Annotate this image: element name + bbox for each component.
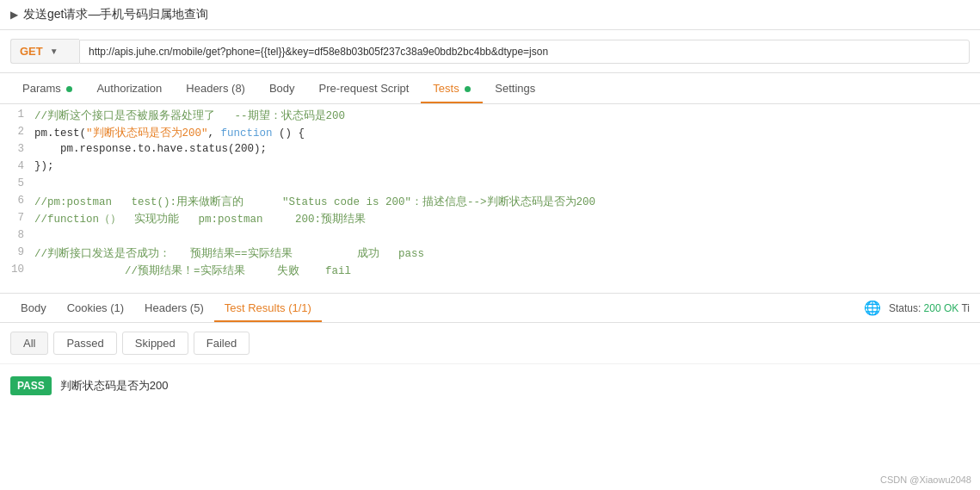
code-line-9: 9 //判断接口发送是否成功： 预期结果==实际结果 成功 pass (0, 245, 980, 263)
method-dropdown[interactable]: GET ▼ (10, 39, 79, 64)
filter-tabs: All Passed Skipped Failed (0, 323, 980, 364)
line-num-1: 1 (0, 108, 34, 121)
code-line-8: 8 (0, 228, 980, 245)
time-label: Ti (961, 302, 970, 314)
line-num-8: 8 (0, 228, 34, 241)
line-content-2: pm.test("判断状态码是否为200", function () { (34, 125, 980, 140)
code-line-6: 6 //pm:postman test():用来做断言的 "Status cod… (0, 194, 980, 211)
tab-headers-label: Headers (8) (186, 82, 245, 95)
line-num-2: 2 (0, 125, 34, 138)
line-num-4: 4 (0, 159, 34, 172)
code-line-10: 10 //预期结果！=实际结果 失败 fail (0, 263, 980, 280)
line-num-9: 9 (0, 245, 34, 258)
result-text: 判断状态码是否为200 (60, 378, 169, 394)
globe-icon: 🌐 (865, 301, 880, 316)
line-content-5 (34, 177, 980, 177)
method-label: GET (20, 45, 43, 58)
bottom-tabs: Body Cookies (1) Headers (5) Test Result… (0, 294, 980, 323)
expand-arrow[interactable]: ▶ (10, 9, 18, 21)
pass-badge: PASS (10, 376, 52, 395)
tab-settings[interactable]: Settings (483, 73, 547, 103)
tab-cookies-label: Cookies (1) (67, 301, 124, 314)
filter-failed[interactable]: Failed (194, 332, 250, 355)
line-content-8 (34, 228, 980, 229)
tab-authorization-label: Authorization (96, 82, 162, 95)
tab-cookies[interactable]: Cookies (1) (57, 294, 134, 322)
line-content-3: pm.response.to.have.status(200); (34, 142, 980, 155)
chevron-down-icon: ▼ (50, 47, 59, 56)
line-num-5: 5 (0, 177, 34, 189)
top-tabs: Params Authorization Headers (8) Body Pr… (0, 73, 980, 104)
line-content-6: //pm:postman test():用来做断言的 "Status code … (34, 194, 980, 209)
url-input[interactable] (79, 40, 970, 64)
filter-passed[interactable]: Passed (53, 332, 116, 355)
tab-params-label: Params (22, 82, 61, 95)
page-title: 发送get请求—手机号码归属地查询 (23, 7, 208, 22)
tests-dot (465, 86, 471, 92)
status-value: 200 OK (924, 302, 959, 314)
tab-params[interactable]: Params (10, 73, 84, 103)
tab-tests[interactable]: Tests (421, 73, 483, 103)
line-content-1: //判断这个接口是否被服务器处理了 --期望：状态码是200 (34, 108, 980, 123)
code-line-7: 7 //function（） 实现功能 pm:postman 200:预期结果 (0, 211, 980, 228)
tab-tests-label: Tests (433, 82, 459, 95)
status-ok: Status: 200 OK Ti (889, 302, 970, 314)
bottom-panel: Body Cookies (1) Headers (5) Test Result… (0, 294, 980, 407)
code-editor[interactable]: 1 //判断这个接口是否被服务器处理了 --期望：状态码是200 2 pm.te… (0, 104, 980, 294)
code-line-1: 1 //判断这个接口是否被服务器处理了 --期望：状态码是200 (0, 108, 980, 125)
status-area: 🌐 Status: 200 OK Ti (865, 301, 970, 316)
url-section: GET ▼ (0, 30, 980, 73)
tab-settings-label: Settings (495, 82, 535, 95)
tab-response-headers-label: Headers (5) (145, 301, 204, 314)
line-num-3: 3 (0, 142, 34, 155)
status-label: Status: (889, 302, 921, 314)
result-area: PASS 判断状态码是否为200 (0, 364, 980, 407)
line-content-9: //判断接口发送是否成功： 预期结果==实际结果 成功 pass (34, 245, 980, 261)
tab-body[interactable]: Body (257, 73, 307, 103)
line-num-7: 7 (0, 211, 34, 224)
code-line-2: 2 pm.test("判断状态码是否为200", function () { (0, 125, 980, 142)
line-num-6: 6 (0, 194, 34, 207)
line-content-4: }); (34, 159, 980, 172)
code-line-4: 4 }); (0, 159, 980, 177)
tab-authorization[interactable]: Authorization (84, 73, 174, 103)
tab-headers[interactable]: Headers (8) (174, 73, 257, 103)
line-content-7: //function（） 实现功能 pm:postman 200:预期结果 (34, 211, 980, 226)
tab-bottom-body-label: Body (21, 301, 46, 314)
filter-skipped[interactable]: Skipped (122, 332, 188, 355)
code-line-3: 3 pm.response.to.have.status(200); (0, 142, 980, 159)
tab-prerequest-label: Pre-request Script (319, 82, 410, 95)
code-line-5: 5 (0, 177, 980, 194)
tab-test-results[interactable]: Test Results (1/1) (214, 294, 322, 322)
tab-bottom-body[interactable]: Body (10, 294, 57, 322)
filter-all[interactable]: All (10, 332, 48, 355)
line-num-10: 10 (0, 263, 34, 276)
tab-body-label: Body (269, 82, 295, 95)
params-dot (66, 86, 72, 92)
tab-prerequest[interactable]: Pre-request Script (307, 73, 422, 103)
top-header: ▶ 发送get请求—手机号码归属地查询 (0, 0, 980, 30)
line-content-10: //预期结果！=实际结果 失败 fail (34, 263, 980, 278)
tab-test-results-label: Test Results (1/1) (225, 301, 311, 314)
tab-response-headers[interactable]: Headers (5) (134, 294, 214, 322)
